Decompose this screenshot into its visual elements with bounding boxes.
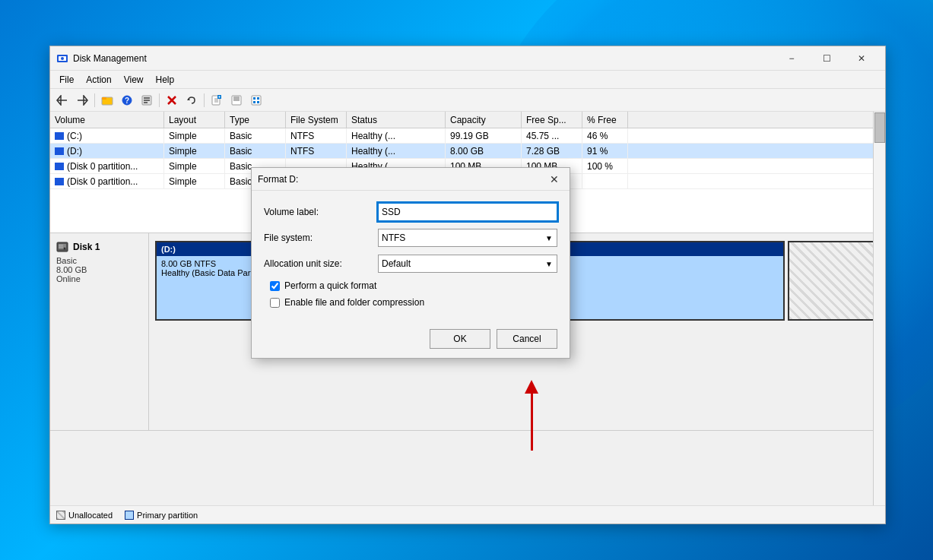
alloc-unit-select[interactable]: Default 512 1024 2048 4096 — [378, 255, 557, 273]
cancel-button[interactable]: Cancel — [497, 329, 557, 349]
file-system-select[interactable]: NTFS FAT32 exFAT — [378, 229, 557, 247]
compress-row: Enable file and folder compression — [264, 297, 557, 308]
compress-label[interactable]: Enable file and folder compression — [284, 297, 424, 308]
compress-checkbox[interactable] — [270, 298, 280, 308]
file-system-select-wrapper: NTFS FAT32 exFAT ▼ — [378, 229, 557, 247]
quick-format-row: Perform a quick format — [264, 280, 557, 291]
quick-format-checkbox[interactable] — [270, 281, 280, 291]
file-system-label: File system: — [264, 233, 378, 243]
volume-label-input[interactable] — [378, 203, 557, 221]
volume-label-row: Volume label: — [264, 203, 557, 221]
dialog-title-bar: Format D: ✕ — [252, 168, 570, 191]
alloc-unit-label: Allocation unit size: — [264, 258, 378, 269]
dialog-footer: OK Cancel — [252, 323, 570, 358]
dialog-title: Format D: — [258, 174, 545, 185]
file-system-row: File system: NTFS FAT32 exFAT ▼ — [264, 229, 557, 247]
format-dialog: Format D: ✕ Volume label: File system: N… — [251, 167, 570, 359]
alloc-unit-select-wrapper: Default 512 1024 2048 4096 ▼ — [378, 255, 557, 273]
dialog-body: Volume label: File system: NTFS FAT32 ex… — [252, 191, 570, 323]
modal-overlay: Format D: ✕ Volume label: File system: N… — [0, 0, 933, 560]
quick-format-label[interactable]: Perform a quick format — [284, 280, 376, 291]
ok-button[interactable]: OK — [430, 329, 490, 349]
dialog-close-button[interactable]: ✕ — [545, 170, 563, 188]
volume-label-label: Volume label: — [264, 207, 378, 217]
alloc-unit-row: Allocation unit size: Default 512 1024 2… — [264, 255, 557, 273]
